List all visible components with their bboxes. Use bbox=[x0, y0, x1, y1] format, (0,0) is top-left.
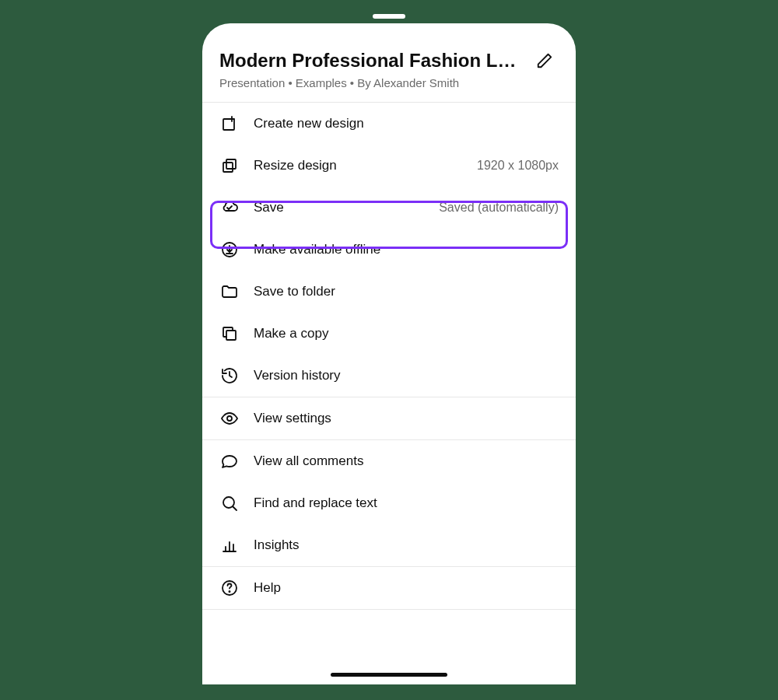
menu-item-create-new-design[interactable]: Create new design bbox=[202, 103, 576, 145]
bar-chart-icon bbox=[219, 535, 240, 555]
menu-item-label: Insights bbox=[254, 537, 559, 553]
menu-item-label: Make available offline bbox=[254, 242, 559, 257]
resize-dimensions: 1920 x 1080px bbox=[477, 159, 559, 173]
svg-point-9 bbox=[227, 416, 232, 421]
sheet-grabber[interactable] bbox=[373, 14, 405, 19]
menu-item-label: Find and replace text bbox=[254, 495, 559, 511]
menu-item-version-history[interactable]: Version history bbox=[202, 355, 576, 397]
home-indicator[interactable] bbox=[331, 673, 447, 677]
menu-item-label: View settings bbox=[254, 411, 559, 426]
menu-item-make-available-offline[interactable]: Make available offline bbox=[202, 229, 576, 271]
svg-point-17 bbox=[229, 591, 230, 592]
document-header: Modern Professional Fashion Lo... Presen… bbox=[202, 23, 576, 103]
search-icon bbox=[219, 493, 240, 513]
copy-icon bbox=[219, 324, 240, 344]
menu-item-label: View all comments bbox=[254, 453, 559, 469]
menu-section-help: Help bbox=[202, 567, 576, 610]
menu-item-label: Save to folder bbox=[254, 284, 559, 299]
menu-item-help[interactable]: Help bbox=[202, 567, 576, 609]
pencil-icon bbox=[536, 52, 553, 69]
menu-item-view-all-comments[interactable]: View all comments bbox=[202, 440, 576, 482]
eye-icon bbox=[219, 408, 240, 429]
menu-item-label: Save bbox=[254, 200, 439, 215]
menu-item-label: Help bbox=[254, 580, 559, 596]
menu-item-label: Resize design bbox=[254, 158, 477, 173]
menu-item-view-settings[interactable]: View settings bbox=[202, 397, 576, 439]
menu-item-insights[interactable]: Insights bbox=[202, 524, 576, 566]
sheet-panel: Modern Professional Fashion Lo... Presen… bbox=[202, 23, 576, 684]
menu-item-save-to-folder[interactable]: Save to folder bbox=[202, 271, 576, 313]
resize-icon bbox=[219, 156, 240, 176]
edit-title-button[interactable] bbox=[534, 50, 555, 72]
document-subtitle: Presentation • Examples • By Alexander S… bbox=[219, 76, 559, 89]
svg-rect-4 bbox=[223, 163, 233, 172]
svg-rect-3 bbox=[226, 159, 236, 169]
help-circle-icon bbox=[219, 578, 240, 598]
comment-icon bbox=[219, 451, 240, 471]
folder-icon bbox=[219, 282, 240, 302]
menu-item-label: Make a copy bbox=[254, 326, 559, 341]
menu-item-label: Version history bbox=[254, 368, 559, 383]
menu-item-resize-design[interactable]: Resize design 1920 x 1080px bbox=[202, 145, 576, 187]
save-status: Saved (automatically) bbox=[439, 201, 559, 215]
menu-section-view: View settings bbox=[202, 397, 576, 440]
history-icon bbox=[219, 366, 240, 386]
menu-item-label: Create new design bbox=[254, 116, 559, 131]
document-title: Modern Professional Fashion Lo... bbox=[219, 50, 520, 72]
menu-item-make-a-copy[interactable]: Make a copy bbox=[202, 313, 576, 355]
svg-rect-8 bbox=[226, 331, 236, 340]
menu-item-save[interactable]: Save Saved (automatically) bbox=[202, 187, 576, 229]
download-circle-icon bbox=[219, 240, 240, 260]
menu-section-tools: View all comments Find and replace text bbox=[202, 440, 576, 567]
menu-item-find-and-replace[interactable]: Find and replace text bbox=[202, 482, 576, 524]
menu-section-file: Create new design Resize design 1920 x 1… bbox=[202, 103, 576, 397]
svg-line-11 bbox=[233, 507, 237, 511]
create-new-icon bbox=[219, 114, 240, 134]
cloud-check-icon bbox=[219, 198, 240, 218]
